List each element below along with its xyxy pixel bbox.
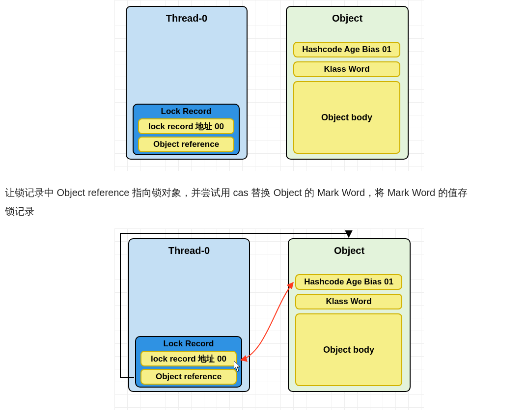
description-paragraph: 让锁记录中 Object reference 指向锁对象，并尝试用 cas 替换… [5,183,526,221]
hashcode-1: Hashcode Age Bias 01 [293,42,400,57]
thread-title-2: Thread-0 [129,245,249,256]
thread-box-1: Thread-0 Lock Record lock record 地址 00 O… [126,6,248,160]
paragraph-line-2: 锁记录 [5,206,34,217]
object-title-1: Object [287,13,408,24]
object-box-1: Object Hashcode Age Bias 01 Klass Word O… [286,6,409,160]
object-box-2: Object Hashcode Age Bias 01 Klass Word O… [288,238,411,392]
lock-record-title-2: Lock Record [136,339,241,349]
object-reference-1: Object reference [138,137,234,152]
lock-record-addr-1: lock record 地址 00 [138,118,234,134]
thread-title-1: Thread-0 [127,13,247,24]
object-body-1: Object body [293,81,400,154]
hashcode-2: Hashcode Age Bias 01 [295,274,402,290]
lock-record-title-1: Lock Record [134,107,239,116]
object-body-2: Object body [295,313,402,386]
thread-box-2: Thread-0 Lock Record lock record 地址 00 O… [128,238,250,392]
klass-word-1: Klass Word [293,61,400,77]
paragraph-line-1: 让锁记录中 Object reference 指向锁对象，并尝试用 cas 替换… [5,187,468,198]
lock-record-box-2: Lock Record lock record 地址 00 Object ref… [135,336,242,388]
mouse-cursor-icon [234,361,242,372]
object-title-2: Object [289,245,410,256]
lock-record-box-1: Lock Record lock record 地址 00 Object ref… [133,104,240,155]
klass-word-2: Klass Word [295,294,402,309]
object-reference-2: Object reference [140,369,237,385]
lock-record-addr-2: lock record 地址 00 [140,351,237,366]
